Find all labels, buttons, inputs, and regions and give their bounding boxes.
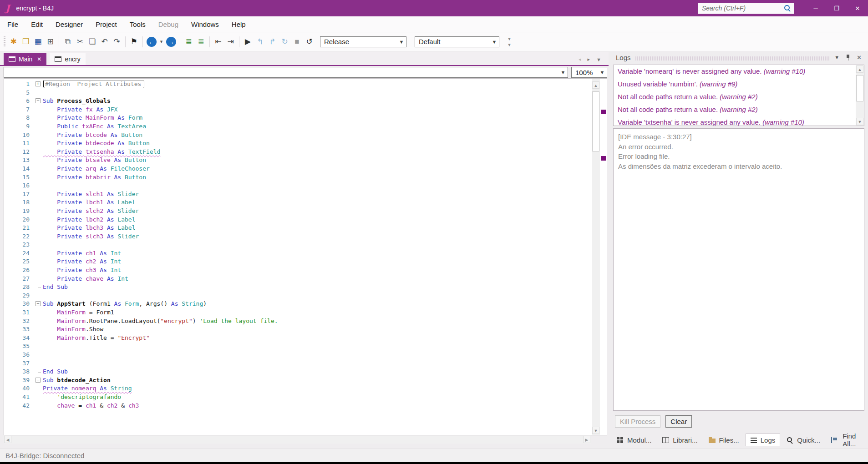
panel-tab-label: Librari... bbox=[673, 436, 697, 444]
navigate-back-icon[interactable]: ← bbox=[147, 37, 157, 47]
scrollbar-thumb[interactable] bbox=[856, 75, 863, 101]
code-line: 40Private nomearq As String bbox=[4, 384, 592, 393]
warning-item[interactable]: Not all code paths return a value. (warn… bbox=[614, 103, 856, 116]
build-profile-select[interactable]: Default ▼ bbox=[415, 36, 499, 47]
warning-item[interactable]: Not all code paths return a value. (warn… bbox=[614, 91, 856, 103]
warning-marker[interactable] bbox=[601, 110, 606, 114]
rebuild-icon[interactable]: ↺ bbox=[303, 36, 315, 48]
tab-encry[interactable]: encry bbox=[50, 53, 85, 65]
collapse-region-icon[interactable]: − bbox=[36, 98, 41, 103]
menu-edit[interactable]: Edit bbox=[25, 18, 49, 31]
tab-list-dropdown-icon[interactable]: ▼ bbox=[596, 57, 601, 62]
line-number: 13 bbox=[4, 156, 35, 165]
cut-icon[interactable]: ✂ bbox=[74, 36, 86, 48]
indent-icon[interactable]: ⇥ bbox=[224, 36, 237, 48]
toolbar-overflow-icon[interactable]: ▾▾ bbox=[506, 36, 513, 48]
step-over-icon[interactable]: ↱ bbox=[266, 36, 279, 48]
panel-tab-logs[interactable]: Logs bbox=[746, 434, 781, 446]
menu-file[interactable]: File bbox=[1, 18, 25, 31]
search-input[interactable]: Search (Ctrl+F) bbox=[698, 3, 794, 14]
panel-tab-findall[interactable]: Find All... bbox=[827, 434, 865, 446]
warning-marker[interactable] bbox=[601, 156, 606, 161]
menu-designer[interactable]: Designer bbox=[49, 18, 89, 31]
outdent-icon[interactable]: ⇤ bbox=[212, 36, 224, 48]
code-text: End Sub bbox=[43, 283, 592, 292]
panel-tab-quick[interactable]: Quick... bbox=[782, 434, 825, 446]
collapse-region-icon[interactable]: − bbox=[36, 301, 41, 306]
navigate-forward-icon[interactable]: → bbox=[166, 37, 176, 47]
menu-debug[interactable]: Debug bbox=[152, 18, 185, 31]
panel-close-icon[interactable]: ✕ bbox=[857, 54, 862, 61]
new-project-icon[interactable]: ✱ bbox=[7, 36, 20, 48]
tab-close-icon[interactable]: ✕ bbox=[37, 56, 41, 62]
build-configuration-select[interactable]: Release ▼ bbox=[320, 36, 406, 47]
minimize-button[interactable]: ─ bbox=[805, 0, 826, 16]
editor-horizontal-scrollbar[interactable]: ◀ ▶ bbox=[4, 435, 591, 444]
tab-scroll-right-icon[interactable]: ▸ bbox=[588, 56, 590, 62]
menu-help[interactable]: Help bbox=[225, 18, 252, 31]
paste-icon[interactable]: ❏ bbox=[86, 36, 98, 48]
fold-margin bbox=[35, 384, 43, 393]
comment-code-icon[interactable]: ≣ bbox=[183, 36, 195, 48]
menu-windows[interactable]: Windows bbox=[185, 18, 225, 31]
search-icon[interactable] bbox=[784, 5, 791, 12]
step-into-icon[interactable]: ↰ bbox=[254, 36, 266, 48]
scroll-down-icon[interactable]: ▼ bbox=[592, 427, 599, 434]
warning-item[interactable]: Unused variable 'numbim'. (warning #9) bbox=[614, 78, 856, 91]
uncomment-code-icon[interactable]: ≣ bbox=[195, 36, 207, 48]
code-editor[interactable]: 1+#Region Project Attributes56−Sub Proce… bbox=[4, 78, 607, 435]
tab-scroll-left-icon[interactable]: ◂ bbox=[579, 56, 581, 62]
close-button[interactable]: ✕ bbox=[847, 0, 868, 16]
warning-item[interactable]: Variable 'txtsenha' is never assigned an… bbox=[614, 116, 856, 126]
scroll-up-icon[interactable]: ▲ bbox=[592, 81, 599, 89]
redo-icon[interactable]: ↷ bbox=[111, 36, 123, 48]
code-line: 6−Sub Process_Globals bbox=[4, 97, 592, 106]
clear-logs-button[interactable]: Clear bbox=[665, 415, 692, 428]
toolbar-grip[interactable] bbox=[4, 36, 5, 47]
log-message-line: As dimensões da matriz excederam o inter… bbox=[618, 161, 859, 171]
sub-navigator-select[interactable]: ▼ bbox=[4, 67, 568, 78]
menu-project[interactable]: Project bbox=[89, 18, 123, 31]
collapsed-region-box[interactable]: #Region Project Attributes bbox=[44, 80, 144, 88]
panel-tab-label: Find All... bbox=[843, 432, 861, 448]
panel-tab-files[interactable]: Files... bbox=[704, 434, 744, 446]
panel-grip[interactable] bbox=[635, 56, 830, 61]
kill-process-button[interactable]: Kill Process bbox=[615, 415, 660, 428]
scrollbar-thumb[interactable] bbox=[592, 91, 599, 151]
code-line: 19 Private slch2 As Slider bbox=[4, 207, 592, 216]
collapse-region-icon[interactable]: − bbox=[36, 378, 41, 383]
panel-tab-modul[interactable]: Modul... bbox=[612, 434, 656, 446]
log-output[interactable]: [IDE message - 3:30:27]An error occurred… bbox=[613, 128, 864, 411]
scroll-left-icon[interactable]: ◀ bbox=[4, 436, 11, 443]
build-configuration-value: Release bbox=[320, 38, 397, 45]
panel-tab-librari[interactable]: Librari... bbox=[658, 434, 702, 446]
editor-zoom-select[interactable]: 100% ▼ bbox=[571, 67, 607, 78]
menu-tools[interactable]: Tools bbox=[123, 18, 152, 31]
fold-margin bbox=[35, 241, 43, 249]
warnings-scrollbar[interactable]: ▲ ▼ bbox=[856, 65, 864, 126]
step-out-icon[interactable]: ↻ bbox=[279, 36, 291, 48]
undo-icon[interactable]: ↶ bbox=[98, 36, 111, 48]
code-area[interactable]: 1+#Region Project Attributes56−Sub Proce… bbox=[4, 79, 592, 435]
tab-main[interactable]: Main✕ bbox=[4, 53, 46, 65]
expand-region-icon[interactable]: + bbox=[36, 81, 41, 86]
back-history-dropdown-icon[interactable]: ▾ bbox=[158, 36, 165, 48]
scroll-down-icon[interactable]: ▼ bbox=[856, 118, 863, 125]
open-project-icon[interactable]: ❐ bbox=[20, 36, 32, 48]
designer-grid-icon[interactable]: ⊞ bbox=[44, 36, 56, 48]
copy-icon[interactable]: ⧉ bbox=[61, 36, 74, 48]
panel-menu-dropdown-icon[interactable]: ▼ bbox=[834, 55, 839, 60]
scroll-right-icon[interactable]: ▶ bbox=[583, 436, 590, 443]
run-icon[interactable]: ▶ bbox=[242, 36, 254, 48]
restore-button[interactable]: ❐ bbox=[826, 0, 847, 16]
bookmark-icon[interactable]: ⚑ bbox=[128, 36, 140, 48]
code-text bbox=[43, 182, 592, 190]
save-icon[interactable]: ▦ bbox=[32, 36, 44, 48]
stop-icon[interactable]: ■ bbox=[291, 36, 303, 48]
scroll-up-icon[interactable]: ▲ bbox=[856, 66, 863, 73]
pin-icon[interactable] bbox=[846, 55, 850, 61]
warning-item[interactable]: Variable 'nomearq' is never assigned any… bbox=[614, 65, 856, 78]
line-number: 15 bbox=[4, 173, 35, 182]
fold-margin bbox=[35, 173, 43, 182]
editor-vertical-scrollbar[interactable]: ▲ ▼ bbox=[592, 79, 600, 435]
